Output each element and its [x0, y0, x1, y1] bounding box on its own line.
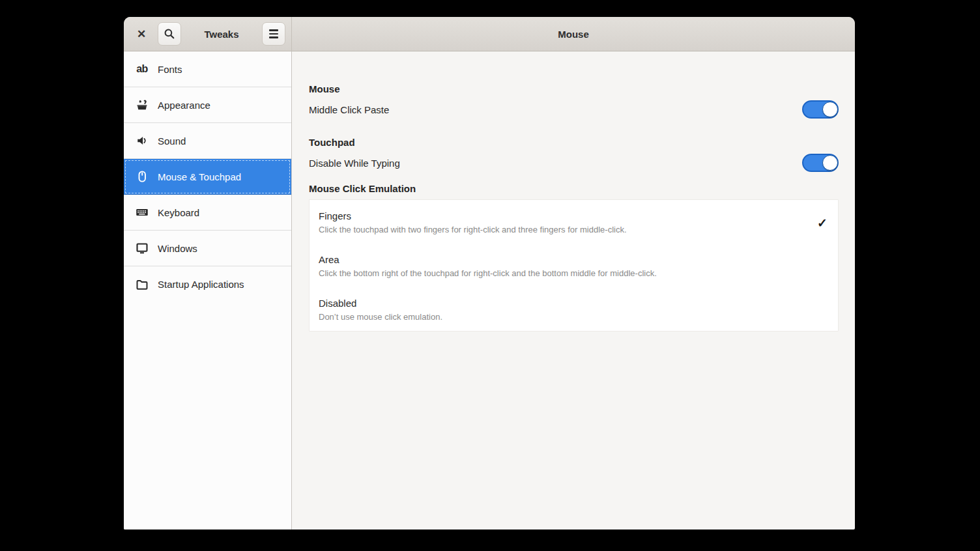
menu-button[interactable]: [262, 22, 285, 46]
headerbar-left: ✕ Tweaks: [124, 17, 292, 51]
mouse-click-emulation-heading: Mouse Click Emulation: [309, 182, 839, 196]
toggle-knob: [822, 102, 838, 117]
sidebar-item-label: Appearance: [158, 100, 210, 111]
option-title: Disabled: [319, 296, 442, 311]
appearance-icon: [135, 98, 149, 111]
option-disabled[interactable]: Disabled Don’t use mouse click emulation…: [310, 287, 838, 331]
toggle-knob: [822, 155, 838, 171]
fonts-icon: ab: [135, 63, 149, 76]
close-icon: ✕: [137, 27, 146, 41]
sidebar-item-mouse-touchpad[interactable]: Mouse & Touchpad: [124, 159, 291, 195]
option-title: Area: [319, 253, 657, 267]
tweaks-window: ✕ Tweaks Mouse ab Fonts Appearance: [124, 17, 855, 530]
middle-click-paste-row: Middle Click Paste: [309, 96, 839, 122]
sidebar-item-label: Keyboard: [158, 207, 199, 218]
disable-while-typing-row: Disable While Typing: [309, 150, 839, 176]
check-icon: ✓: [817, 216, 828, 231]
search-icon: [162, 27, 177, 40]
sidebar-item-sound[interactable]: Sound: [124, 123, 291, 159]
sidebar-item-label: Sound: [158, 135, 186, 147]
sidebar-item-label: Fonts: [158, 64, 182, 75]
touchpad-section-heading: Touchpad: [309, 135, 839, 150]
option-fingers[interactable]: Fingers Click the touchpad with two fing…: [310, 200, 838, 244]
keyboard-icon: [135, 206, 149, 219]
option-subtitle: Don’t use mouse click emulation.: [319, 311, 442, 324]
sidebar-item-windows[interactable]: Windows: [124, 231, 291, 266]
sidebar-item-label: Startup Applications: [158, 279, 244, 290]
middle-click-paste-label: Middle Click Paste: [309, 104, 389, 115]
disable-while-typing-label: Disable While Typing: [309, 158, 400, 169]
startup-applications-icon: [135, 278, 149, 291]
mouse-section-heading: Mouse: [309, 82, 839, 96]
search-button[interactable]: [158, 22, 181, 46]
option-subtitle: Click the touchpad with two fingers for …: [319, 223, 627, 236]
sidebar-item-appearance[interactable]: Appearance: [124, 87, 291, 123]
option-subtitle: Click the bottom right of the touchpad f…: [319, 267, 657, 280]
sidebar-item-startup-applications[interactable]: Startup Applications: [124, 266, 291, 302]
menu-icon: [269, 29, 278, 38]
sidebar-item-label: Windows: [158, 243, 197, 254]
disable-while-typing-toggle[interactable]: [802, 154, 839, 172]
option-title: Fingers: [319, 209, 627, 223]
sidebar-item-fonts[interactable]: ab Fonts: [124, 51, 291, 87]
close-button[interactable]: ✕: [134, 22, 149, 46]
windows-icon: [135, 242, 149, 255]
sidebar-item-label: Mouse & Touchpad: [158, 171, 241, 182]
app-title: Tweaks: [181, 29, 262, 40]
sidebar: ab Fonts Appearance Sound Mouse & Touchp…: [124, 51, 292, 530]
mouse-icon: [135, 170, 149, 183]
mouse-settings-panel: Mouse Middle Click Paste Touchpad Disabl…: [292, 51, 855, 530]
page-title: Mouse: [558, 29, 589, 40]
option-area[interactable]: Area Click the bottom right of the touch…: [310, 244, 838, 287]
sound-icon: [135, 134, 149, 147]
headerbar-right: Mouse: [292, 17, 855, 51]
mouse-click-emulation-list: Fingers Click the touchpad with two fing…: [309, 199, 839, 332]
middle-click-paste-toggle[interactable]: [802, 100, 839, 119]
sidebar-item-keyboard[interactable]: Keyboard: [124, 195, 291, 231]
